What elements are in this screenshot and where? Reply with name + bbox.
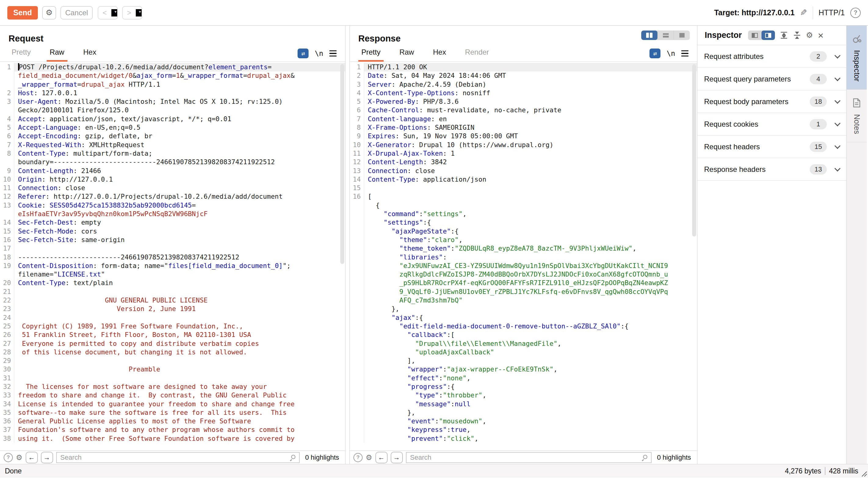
tab-hex[interactable]: Hex [80,46,99,62]
response-scrollbar[interactable] [692,64,696,237]
inspector-section-response-headers[interactable]: Response headers13 [698,158,846,181]
search-prev-button[interactable]: ← [26,452,38,464]
tab-raw[interactable]: Raw [397,46,417,62]
search-next-button[interactable]: → [41,452,53,464]
send-settings-button[interactable]: ⚙ [42,6,56,20]
inspector-dock-right-button[interactable] [762,31,775,40]
code-line: "Drupal\\file\\Element\\ManagedFile", [350,339,697,348]
code-line: "command":"settings", [350,210,697,218]
inspector-section-request-query-parameters[interactable]: Request query parameters4 [698,68,846,90]
inspector-settings-gear-icon[interactable]: ⚙ [806,31,813,40]
code-line: "message":null [350,400,697,409]
prev-request-button[interactable]: < ▾ [98,6,118,20]
side-tab-notes[interactable]: Notes [847,90,867,142]
code-line: 21 [0,288,345,296]
inspector-section-request-headers[interactable]: Request headers15 [698,136,846,158]
code-line: zqRlkgDdlcFWZoISJP8-ZM40dBBQoOrbX7DYsLJ2… [350,270,697,279]
request-search-bar: ? ⚙ ← → 0 highlights [0,451,345,464]
show-newlines-toggle[interactable]: \n [666,50,675,57]
inspector-section-request-attributes[interactable]: Request attributes2 [698,45,846,68]
code-line: 19Content-Disposition: form-data; name="… [0,262,345,270]
edit-target-pencil-icon[interactable]: ✎ [800,8,807,18]
line-number [350,244,364,253]
search-icon [643,455,647,459]
search-help-icon[interactable]: ? [353,453,363,462]
code-line: 7X-Requested-With: XMLHttpRequest [0,141,345,149]
chevron-down-icon[interactable] [834,143,840,149]
tab-raw[interactable]: Raw [47,46,67,62]
editor-menu-icon[interactable] [329,50,337,57]
inspector-section-request-body-parameters[interactable]: Request body parameters18 [698,90,846,113]
dropdown-caret-icon[interactable]: ▾ [112,9,118,17]
request-editor[interactable]: 1POST /Projects/drupal-10.2.6/media/add/… [0,62,345,451]
word-wrap-toggle-icon[interactable]: ⇄ [298,49,309,58]
side-tab-inspector[interactable]: Inspector [847,26,867,90]
expand-all-icon[interactable] [780,31,788,39]
editor-menu-icon[interactable] [681,50,688,57]
tab-pretty[interactable]: Pretty [8,46,34,62]
line-number: 12 [350,158,364,166]
search-settings-icon[interactable]: ⚙ [366,453,372,462]
chevron-down-icon[interactable] [834,98,840,104]
response-search-input[interactable] [406,453,651,462]
dropdown-caret-icon[interactable]: ▾ [136,9,142,17]
inspector-magnifier-icon [851,34,862,45]
layout-columns-button[interactable] [641,31,657,40]
line-number: 14 [0,218,14,227]
code-line: 3Server: Apache/2.4.59 (Debian) [350,80,697,89]
section-count-badge: 4 [810,74,827,84]
section-count-badge: 2 [810,51,827,62]
code-line: 28 of this license document, but changin… [0,348,345,357]
search-settings-icon[interactable]: ⚙ [16,453,23,462]
resize-grip-icon[interactable] [860,470,867,477]
code-line: 27 Everyone is permitted to copy and dis… [0,339,345,348]
code-line: "ajaxPageState":{ [350,227,697,236]
arrow-right-icon: → [44,454,50,461]
chevron-down-icon[interactable] [834,53,840,59]
line-number: 29 [0,357,14,365]
code-line: "effect":"none", [350,374,697,383]
word-wrap-toggle-icon[interactable]: ⇄ [649,49,660,58]
cancel-button[interactable]: Cancel [60,6,93,20]
code-line: 37Foundation's software and to any other… [0,425,345,434]
code-line: 14Content-Type: application/json [350,175,697,184]
panel-divider[interactable] [345,26,349,464]
request-search-input[interactable] [57,453,299,462]
help-icon[interactable]: ? [850,8,861,18]
code-line: 20Content-Type: text/plain [0,279,345,287]
code-line: 3User-Agent: Mozilla/5.0 (Macintosh; Int… [0,97,345,106]
next-request-button[interactable]: > ▾ [122,6,142,20]
chevron-down-icon[interactable] [834,120,840,126]
search-help-icon[interactable]: ? [4,453,13,462]
line-number: 5 [0,123,14,132]
layout-rows-button[interactable] [657,31,674,40]
chevron-down-icon[interactable] [834,166,840,172]
line-number: 8 [350,123,364,132]
response-editor[interactable]: 1HTTP/1.1 200 OK2Date: Sat, 04 May 2024 … [350,62,697,451]
line-number [350,296,364,305]
inspector-close-icon[interactable]: × [818,31,824,40]
inspector-dock-left-button[interactable] [748,31,762,40]
line-number [0,210,14,218]
request-scrollbar[interactable] [340,64,344,264]
status-bar: Done 4,276 bytes 428 millis [0,464,868,478]
tab-render[interactable]: Render [462,46,492,62]
layout-single-button[interactable] [674,31,690,40]
arrow-right-icon: → [394,454,400,461]
http-version-selector[interactable]: HTTP/1 [818,8,845,17]
code-line: 17 [0,244,345,253]
chevron-down-icon[interactable] [834,75,840,81]
line-number: 3 [0,97,14,106]
main-area: Request PrettyRawHex ⇄ \n 1POST /Project… [0,26,868,464]
collapse-all-icon[interactable] [793,31,801,39]
show-newlines-toggle[interactable]: \n [315,50,323,57]
code-line: 8X-Frame-Options: SAMEORIGIN [350,123,697,132]
tab-hex[interactable]: Hex [430,46,449,62]
inspector-section-request-cookies[interactable]: Request cookies1 [698,113,846,136]
line-number: 15 [0,227,14,236]
code-line: 4Accept: application/json, text/javascri… [0,115,345,123]
tab-pretty[interactable]: Pretty [358,46,384,62]
send-button[interactable]: Send [7,6,38,20]
search-next-button[interactable]: → [391,452,403,464]
search-prev-button[interactable]: ← [375,452,388,464]
